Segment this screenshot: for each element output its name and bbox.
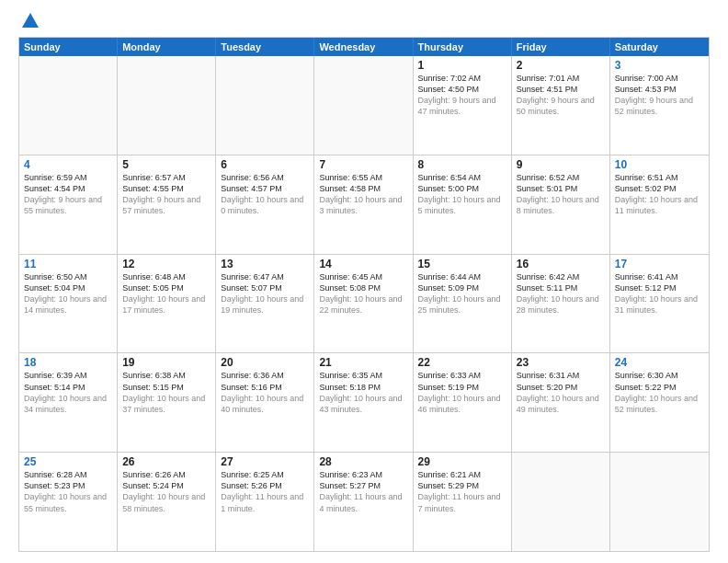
day-number: 27 bbox=[221, 455, 309, 468]
cell-info: Sunrise: 6:47 AMSunset: 5:07 PMDaylight:… bbox=[221, 271, 309, 316]
day-number: 14 bbox=[319, 258, 407, 270]
day-cell-20: 20Sunrise: 6:36 AMSunset: 5:16 PMDayligh… bbox=[216, 353, 314, 452]
day-number: 20 bbox=[221, 356, 309, 369]
logo-icon bbox=[20, 11, 40, 31]
page: SundayMondayTuesdayWednesdayThursdayFrid… bbox=[0, 0, 728, 563]
cell-info: Sunrise: 6:41 AMSunset: 5:12 PMDaylight:… bbox=[615, 271, 704, 316]
day-number: 6 bbox=[221, 158, 309, 171]
cell-info: Sunrise: 6:26 AMSunset: 5:24 PMDaylight:… bbox=[122, 469, 210, 514]
day-cell-29: 29Sunrise: 6:21 AMSunset: 5:29 PMDayligh… bbox=[414, 453, 512, 551]
day-cell-17: 17Sunrise: 6:41 AMSunset: 5:12 PMDayligh… bbox=[610, 255, 709, 353]
header-day-tuesday: Tuesday bbox=[216, 38, 314, 56]
day-number: 2 bbox=[517, 59, 605, 72]
header-day-thursday: Thursday bbox=[414, 38, 512, 56]
day-number: 21 bbox=[319, 356, 407, 369]
day-number: 15 bbox=[418, 258, 506, 270]
day-cell-13: 13Sunrise: 6:47 AMSunset: 5:07 PMDayligh… bbox=[216, 255, 314, 353]
cell-info: Sunrise: 6:33 AMSunset: 5:19 PMDaylight:… bbox=[418, 370, 506, 415]
calendar-row-2: 4Sunrise: 6:59 AMSunset: 4:54 PMDaylight… bbox=[19, 155, 709, 254]
empty-cell bbox=[610, 453, 709, 551]
cell-info: Sunrise: 6:23 AMSunset: 5:27 PMDaylight:… bbox=[319, 469, 407, 514]
empty-cell bbox=[118, 56, 216, 155]
cell-info: Sunrise: 6:31 AMSunset: 5:20 PMDaylight:… bbox=[517, 370, 605, 415]
day-cell-9: 9Sunrise: 6:52 AMSunset: 5:01 PMDaylight… bbox=[512, 155, 610, 254]
day-cell-28: 28Sunrise: 6:23 AMSunset: 5:27 PMDayligh… bbox=[314, 453, 413, 551]
cell-info: Sunrise: 6:38 AMSunset: 5:15 PMDaylight:… bbox=[122, 370, 210, 415]
cell-info: Sunrise: 7:01 AMSunset: 4:51 PMDaylight:… bbox=[517, 73, 605, 118]
day-cell-25: 25Sunrise: 6:28 AMSunset: 5:23 PMDayligh… bbox=[19, 453, 118, 551]
day-cell-3: 3Sunrise: 7:00 AMSunset: 4:53 PMDaylight… bbox=[610, 56, 709, 155]
cell-info: Sunrise: 6:36 AMSunset: 5:16 PMDaylight:… bbox=[221, 370, 309, 415]
empty-cell bbox=[19, 56, 118, 155]
cell-info: Sunrise: 6:44 AMSunset: 5:09 PMDaylight:… bbox=[418, 271, 506, 316]
day-cell-16: 16Sunrise: 6:42 AMSunset: 5:11 PMDayligh… bbox=[512, 255, 610, 353]
day-cell-7: 7Sunrise: 6:55 AMSunset: 4:58 PMDaylight… bbox=[314, 155, 413, 254]
day-number: 26 bbox=[122, 455, 210, 468]
cell-info: Sunrise: 6:45 AMSunset: 5:08 PMDaylight:… bbox=[319, 271, 407, 316]
cell-info: Sunrise: 6:54 AMSunset: 5:00 PMDaylight:… bbox=[418, 172, 506, 217]
calendar-header: SundayMondayTuesdayWednesdayThursdayFrid… bbox=[19, 38, 709, 56]
cell-info: Sunrise: 6:42 AMSunset: 5:11 PMDaylight:… bbox=[517, 271, 605, 316]
day-number: 16 bbox=[517, 258, 605, 270]
calendar-row-5: 25Sunrise: 6:28 AMSunset: 5:23 PMDayligh… bbox=[19, 452, 709, 551]
day-number: 19 bbox=[122, 356, 210, 369]
day-number: 10 bbox=[615, 158, 704, 171]
calendar-row-1: 1Sunrise: 7:02 AMSunset: 4:50 PMDaylight… bbox=[19, 56, 709, 155]
cell-info: Sunrise: 7:00 AMSunset: 4:53 PMDaylight:… bbox=[615, 73, 704, 118]
day-cell-23: 23Sunrise: 6:31 AMSunset: 5:20 PMDayligh… bbox=[512, 353, 610, 452]
day-number: 8 bbox=[418, 158, 506, 171]
day-cell-8: 8Sunrise: 6:54 AMSunset: 5:00 PMDaylight… bbox=[414, 155, 512, 254]
cell-info: Sunrise: 6:55 AMSunset: 4:58 PMDaylight:… bbox=[319, 172, 407, 217]
day-cell-6: 6Sunrise: 6:56 AMSunset: 4:57 PMDaylight… bbox=[216, 155, 314, 254]
cell-info: Sunrise: 6:28 AMSunset: 5:23 PMDaylight:… bbox=[24, 469, 112, 514]
header-day-saturday: Saturday bbox=[610, 38, 709, 56]
day-number: 24 bbox=[615, 356, 704, 369]
cell-info: Sunrise: 6:52 AMSunset: 5:01 PMDaylight:… bbox=[517, 172, 605, 217]
day-cell-26: 26Sunrise: 6:26 AMSunset: 5:24 PMDayligh… bbox=[118, 453, 216, 551]
day-number: 5 bbox=[122, 158, 210, 171]
cell-info: Sunrise: 6:50 AMSunset: 5:04 PMDaylight:… bbox=[24, 271, 112, 316]
day-number: 28 bbox=[319, 455, 407, 468]
header-day-sunday: Sunday bbox=[19, 38, 118, 56]
cell-info: Sunrise: 6:56 AMSunset: 4:57 PMDaylight:… bbox=[221, 172, 309, 217]
day-cell-21: 21Sunrise: 6:35 AMSunset: 5:18 PMDayligh… bbox=[314, 353, 413, 452]
day-cell-19: 19Sunrise: 6:38 AMSunset: 5:15 PMDayligh… bbox=[118, 353, 216, 452]
cell-info: Sunrise: 6:25 AMSunset: 5:26 PMDaylight:… bbox=[221, 469, 309, 514]
day-cell-14: 14Sunrise: 6:45 AMSunset: 5:08 PMDayligh… bbox=[314, 255, 413, 353]
empty-cell bbox=[216, 56, 314, 155]
header-day-friday: Friday bbox=[512, 38, 610, 56]
day-cell-4: 4Sunrise: 6:59 AMSunset: 4:54 PMDaylight… bbox=[19, 155, 118, 254]
header bbox=[18, 15, 710, 28]
day-cell-2: 2Sunrise: 7:01 AMSunset: 4:51 PMDaylight… bbox=[512, 56, 610, 155]
day-number: 12 bbox=[122, 258, 210, 270]
day-number: 4 bbox=[24, 158, 112, 171]
day-cell-12: 12Sunrise: 6:48 AMSunset: 5:05 PMDayligh… bbox=[118, 255, 216, 353]
cell-info: Sunrise: 7:02 AMSunset: 4:50 PMDaylight:… bbox=[418, 73, 506, 118]
cell-info: Sunrise: 6:59 AMSunset: 4:54 PMDaylight:… bbox=[24, 172, 112, 217]
day-cell-10: 10Sunrise: 6:51 AMSunset: 5:02 PMDayligh… bbox=[610, 155, 709, 254]
day-number: 22 bbox=[418, 356, 506, 369]
calendar-row-4: 18Sunrise: 6:39 AMSunset: 5:14 PMDayligh… bbox=[19, 352, 709, 452]
cell-info: Sunrise: 6:21 AMSunset: 5:29 PMDaylight:… bbox=[418, 469, 506, 514]
day-number: 17 bbox=[615, 258, 704, 270]
day-number: 9 bbox=[517, 158, 605, 171]
day-number: 23 bbox=[517, 356, 605, 369]
day-number: 1 bbox=[418, 59, 506, 72]
empty-cell bbox=[512, 453, 610, 551]
header-day-monday: Monday bbox=[118, 38, 216, 56]
day-cell-1: 1Sunrise: 7:02 AMSunset: 4:50 PMDaylight… bbox=[414, 56, 512, 155]
cell-info: Sunrise: 6:30 AMSunset: 5:22 PMDaylight:… bbox=[615, 370, 704, 415]
cell-info: Sunrise: 6:51 AMSunset: 5:02 PMDaylight:… bbox=[615, 172, 704, 217]
day-number: 25 bbox=[24, 455, 112, 468]
day-number: 18 bbox=[24, 356, 112, 369]
day-cell-5: 5Sunrise: 6:57 AMSunset: 4:55 PMDaylight… bbox=[118, 155, 216, 254]
calendar-row-3: 11Sunrise: 6:50 AMSunset: 5:04 PMDayligh… bbox=[19, 254, 709, 353]
cell-info: Sunrise: 6:57 AMSunset: 4:55 PMDaylight:… bbox=[122, 172, 210, 217]
day-cell-18: 18Sunrise: 6:39 AMSunset: 5:14 PMDayligh… bbox=[19, 353, 118, 452]
day-number: 7 bbox=[319, 158, 407, 171]
cell-info: Sunrise: 6:48 AMSunset: 5:05 PMDaylight:… bbox=[122, 271, 210, 316]
day-cell-24: 24Sunrise: 6:30 AMSunset: 5:22 PMDayligh… bbox=[610, 353, 709, 452]
day-number: 29 bbox=[418, 455, 506, 468]
cell-info: Sunrise: 6:39 AMSunset: 5:14 PMDaylight:… bbox=[24, 370, 112, 415]
day-cell-22: 22Sunrise: 6:33 AMSunset: 5:19 PMDayligh… bbox=[414, 353, 512, 452]
